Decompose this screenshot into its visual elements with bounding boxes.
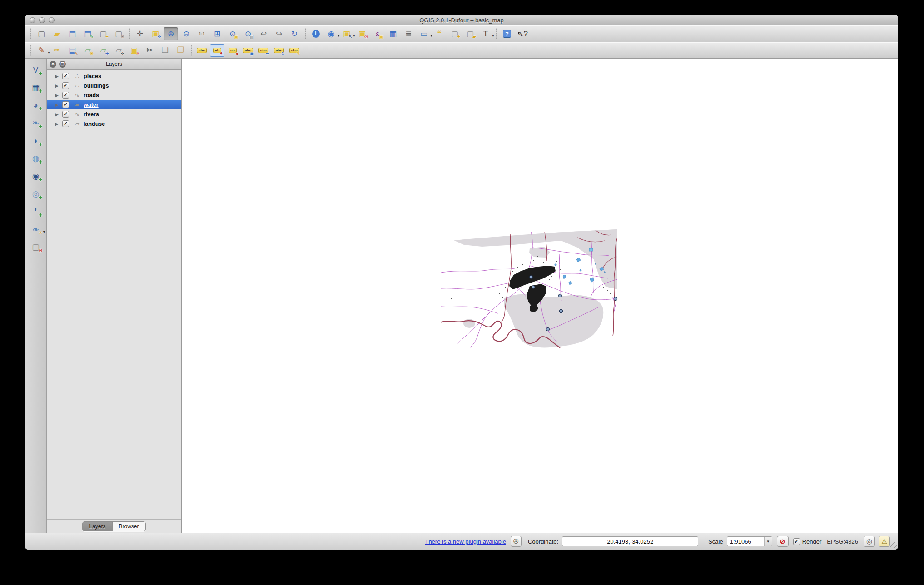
message-log-icon[interactable]: ⚠ <box>879 536 890 547</box>
crs-status-text: EPSG:4326 <box>827 538 858 545</box>
chevron-down-icon[interactable]: ▼ <box>764 537 772 546</box>
tab-layers[interactable]: Layers <box>83 522 112 531</box>
new-spatialite-layer-dropdown-icon[interactable]: ▼ <box>43 230 46 233</box>
tab-browser[interactable]: Browser <box>112 522 145 531</box>
layers-panel-header: ✕ ❐ Layers <box>47 59 181 70</box>
whats-this-button[interactable]: ⇖? <box>515 27 530 40</box>
text-annotation-button[interactable]: T▼ <box>478 27 493 40</box>
current-edits-button[interactable]: ✎▼ <box>34 44 49 57</box>
stop-render-icon[interactable]: ⊘ <box>777 536 789 547</box>
layer-row-roads[interactable]: ▶✓∿roads <box>47 90 181 100</box>
plugin-manager-icon[interactable]: ✇ <box>511 536 522 547</box>
layer-visibility-checkbox[interactable]: ✓ <box>62 120 69 127</box>
map-canvas[interactable] <box>182 59 898 533</box>
add-wms-layer-icon: ◍ <box>32 154 40 163</box>
layer-row-water[interactable]: ▶✓▰water <box>47 100 181 109</box>
layer-visibility-checkbox[interactable]: ✓ <box>62 111 69 118</box>
select-by-expression-button[interactable]: ε▣ <box>370 27 385 40</box>
save-layer-edits-button[interactable]: ▤✎ <box>65 44 79 57</box>
layer-visibility-checkbox[interactable]: ✓ <box>62 101 69 108</box>
open-attribute-table-button[interactable]: ▦ <box>386 27 400 40</box>
deselect-all-button[interactable]: ▣⊘ <box>355 27 369 40</box>
zoom-full-extent-button[interactable]: ⊞ <box>210 27 224 40</box>
label-properties-button[interactable]: abc✎ <box>287 44 302 57</box>
open-project-button[interactable]: ▰ <box>50 27 64 40</box>
zoom-actual-button[interactable]: 1:1 <box>194 27 209 40</box>
save-project-as-button[interactable]: ▤✎ <box>80 27 95 40</box>
layer-visibility-checkbox[interactable]: ✓ <box>62 73 69 79</box>
coordinate-input[interactable] <box>562 536 698 546</box>
layer-row-places[interactable]: ▶✓∴places <box>47 71 181 81</box>
add-vector-layer-button[interactable]: V✚ <box>28 63 44 77</box>
field-calculator-button[interactable]: ≣ <box>401 27 416 40</box>
zoom-out-button[interactable]: ⊖ <box>179 27 194 40</box>
pan-map-button[interactable]: ✛ <box>133 27 147 40</box>
expand-icon[interactable]: ▶ <box>54 93 60 98</box>
delete-selected-button[interactable]: ▣✕ <box>127 44 141 57</box>
zoom-to-selection-button[interactable]: ⊙▣ <box>225 27 240 40</box>
text-annotation-dropdown-icon[interactable]: ▼ <box>492 34 495 37</box>
layer-row-rivers[interactable]: ▶✓∿rivers <box>47 109 181 119</box>
zoom-last-button[interactable]: ↩ <box>256 27 271 40</box>
zoom-in-button[interactable]: ⊕ <box>164 27 178 40</box>
add-mssql-layer-button[interactable]: ◗✚ <box>28 134 44 148</box>
label-rotate-button[interactable]: abc↻ <box>272 44 286 57</box>
refresh-map-button[interactable]: ↻ <box>287 27 302 40</box>
node-tool-button[interactable]: ▱✛ <box>111 44 126 57</box>
select-features-button[interactable]: ▣↖▼ <box>339 27 354 40</box>
pan-to-selection-button[interactable]: ▣✛ <box>148 27 163 40</box>
add-feature-button[interactable]: ▱✳ <box>80 44 95 57</box>
run-feature-action-icon: ◉ <box>328 30 335 38</box>
map-tips-button[interactable]: ❝ <box>432 27 447 40</box>
add-postgis-layer-button[interactable]: ◕✚ <box>28 99 44 112</box>
add-wcs-layer-button[interactable]: ◉✚ <box>28 169 44 183</box>
layer-visibility-checkbox[interactable]: ✓ <box>62 92 69 99</box>
layer-labeling-button[interactable]: abc <box>194 44 209 57</box>
add-oracle-layer-button[interactable]: ❜✚ <box>28 205 44 218</box>
label-pin-unpin-button[interactable]: ab● <box>210 44 224 57</box>
manage-layers-toolbar: V✚▦✚◕✚❧✚◗✚◍✚◉✚◎✚❜✚❧✳▼▢⊖ <box>25 59 47 533</box>
add-wfs-layer-button[interactable]: ◎✚ <box>28 187 44 201</box>
render-checkbox[interactable]: ✓ <box>793 538 800 545</box>
add-spatialite-layer-button[interactable]: ❧✚ <box>28 116 44 130</box>
select-features-badge-icon: ↖ <box>349 35 353 39</box>
new-plugin-link[interactable]: There is a new plugin available <box>425 538 506 545</box>
move-feature-button[interactable]: ▱➜ <box>96 44 110 57</box>
expand-icon[interactable]: ▶ <box>54 74 60 79</box>
zoom-next-button[interactable]: ↪ <box>272 27 286 40</box>
save-project-button[interactable]: ▤ <box>65 27 79 40</box>
add-wms-layer-button[interactable]: ◍✚ <box>28 152 44 165</box>
expand-icon[interactable]: ▶ <box>54 103 60 107</box>
move-feature-badge-icon: ➜ <box>105 51 109 56</box>
help-contents-button[interactable]: ? <box>500 27 514 40</box>
cut-features-button[interactable]: ✂ <box>142 44 157 57</box>
crs-status-icon[interactable]: ◎ <box>864 536 875 547</box>
expand-icon[interactable]: ▶ <box>54 84 60 88</box>
add-raster-layer-button[interactable]: ▦✚ <box>28 81 44 94</box>
label-pin-button[interactable]: ab● <box>225 44 240 57</box>
identify-features-button[interactable]: i <box>308 27 323 40</box>
add-wms-layer-badge-icon: ✚ <box>39 160 42 164</box>
scale-combo[interactable]: 1:91066 ▼ <box>727 536 772 546</box>
remove-layer-button[interactable]: ▢⊖ <box>28 240 44 254</box>
paste-features-button[interactable]: ❐ <box>173 44 188 57</box>
run-feature-action-button[interactable]: ◉▼ <box>324 27 338 40</box>
show-bookmarks-button[interactable]: ▢▰ <box>463 27 477 40</box>
new-bookmark-button[interactable]: ▢✦ <box>447 27 462 40</box>
new-project-button[interactable]: ▢ <box>34 27 49 40</box>
measure-line-button[interactable]: ▭▼ <box>417 27 431 40</box>
zoom-to-layer-button[interactable]: ⊙▤ <box>241 27 255 40</box>
layer-row-landuse[interactable]: ▶✓▱landuse <box>47 119 181 129</box>
layer-row-buildings[interactable]: ▶✓▱buildings <box>47 81 181 90</box>
expand-icon[interactable]: ▶ <box>54 122 60 126</box>
new-print-composer-button[interactable]: ▢✦ <box>96 27 110 40</box>
toggle-editing-button[interactable]: ✏ <box>50 44 64 57</box>
composer-manager-button[interactable]: ▢✳ <box>111 27 126 40</box>
label-move-button[interactable]: abc➜ <box>256 44 271 57</box>
expand-icon[interactable]: ▶ <box>54 112 60 117</box>
layer-visibility-checkbox[interactable]: ✓ <box>62 82 69 89</box>
label-show-hide-button[interactable]: abc◉ <box>241 44 255 57</box>
copy-features-button[interactable]: ❏ <box>158 44 172 57</box>
new-spatialite-layer-button[interactable]: ❧✳▼ <box>28 223 44 236</box>
resize-grip[interactable] <box>890 542 897 548</box>
